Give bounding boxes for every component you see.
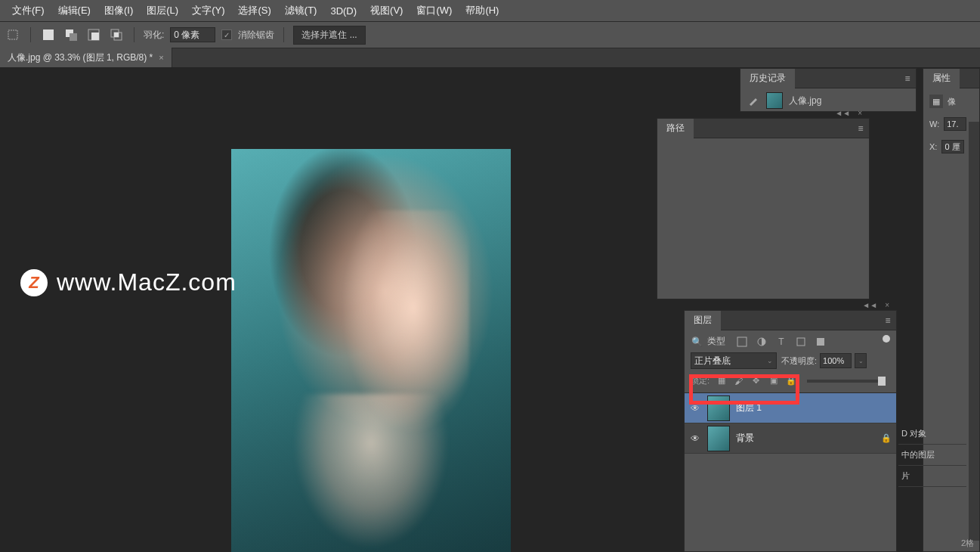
menu-bar: 文件(F) 编辑(E) 图像(I) 图层(L) 文字(Y) 选择(S) 滤镜(T… <box>0 0 980 21</box>
menu-filter[interactable]: 滤镜(T) <box>279 1 323 20</box>
width-label: W: <box>929 119 939 129</box>
close-icon[interactable]: × <box>883 300 892 310</box>
svg-rect-1 <box>43 29 54 40</box>
feather-input[interactable] <box>170 27 215 42</box>
history-tab[interactable]: 历史记录 <box>740 69 795 88</box>
menu-select[interactable]: 选择(S) <box>232 1 277 20</box>
separator <box>134 27 134 42</box>
options-bar: 羽化: ✓ 消除锯齿 选择并遮住 ... <box>0 21 980 48</box>
layer-name[interactable]: 图层 1 <box>736 402 892 414</box>
panel-menu-icon[interactable]: ≡ <box>852 123 869 134</box>
panel-menu-icon[interactable]: ≡ <box>899 73 916 84</box>
layers-panel: ◄◄ × 图层 ≡ 🔍 类型 T <box>684 310 897 552</box>
svg-rect-3 <box>70 33 77 41</box>
separator <box>30 27 31 42</box>
3d-objects-row[interactable]: D 对象 <box>898 423 966 445</box>
search-icon[interactable]: 🔍 <box>691 336 703 348</box>
pixel-label: 像 <box>948 96 956 107</box>
lock-position-icon[interactable]: ✥ <box>750 375 762 386</box>
width-input[interactable] <box>944 117 966 131</box>
select-and-mask-button[interactable]: 选择并遮住 ... <box>293 26 365 45</box>
menu-view[interactable]: 视图(V) <box>364 1 409 20</box>
filter-smart-icon[interactable] <box>815 336 827 348</box>
menu-3d[interactable]: 3D(D) <box>324 2 363 20</box>
properties-tab[interactable]: 属性 <box>923 69 960 88</box>
opacity-input[interactable] <box>820 353 852 368</box>
menu-image[interactable]: 图像(I) <box>98 1 139 20</box>
svg-rect-5 <box>91 33 99 40</box>
layer-thumbnail[interactable] <box>707 426 730 451</box>
filter-pixel-icon[interactable] <box>736 336 748 348</box>
portrait-image <box>231 149 511 552</box>
filter-shape-icon[interactable] <box>795 336 807 348</box>
menu-type[interactable]: 文字(Y) <box>186 1 230 20</box>
separator <box>283 27 284 42</box>
menu-window[interactable]: 窗口(W) <box>410 1 458 20</box>
tool-preset-icon[interactable] <box>5 26 21 43</box>
lock-all-icon[interactable]: 🔒 <box>785 375 796 386</box>
layer-thumbnail[interactable] <box>707 395 730 421</box>
svg-rect-11 <box>797 338 805 346</box>
svg-rect-9 <box>737 337 747 346</box>
opacity-dropdown-icon[interactable]: ⌄ <box>855 353 867 368</box>
feather-label: 羽化: <box>144 29 164 42</box>
brush-icon <box>747 94 760 107</box>
document-tabs: 人像.jpg @ 33.3% (图层 1, RGB/8) * × ›› <box>0 48 980 68</box>
x-input[interactable] <box>941 140 964 154</box>
document-tab[interactable]: 人像.jpg @ 33.3% (图层 1, RGB/8) * × <box>0 48 172 67</box>
right-panels: 历史记录 ≡ 人像.jpg 属性 ▦ 像 W: <box>740 68 980 552</box>
filter-kind-label: 类型 <box>707 335 725 348</box>
document-tab-title: 人像.jpg @ 33.3% (图层 1, RGB/8) * <box>8 51 153 64</box>
new-selection-icon[interactable] <box>40 26 57 43</box>
menu-file[interactable]: 文件(F) <box>6 1 51 20</box>
antialias-checkbox[interactable]: ✓ <box>221 29 232 40</box>
scrollbar[interactable] <box>969 122 979 541</box>
paths-body <box>657 138 869 297</box>
slider-knob[interactable] <box>878 377 886 386</box>
history-item-name[interactable]: 人像.jpg <box>789 95 821 107</box>
menu-help[interactable]: 帮助(H) <box>459 1 505 20</box>
chevron-down-icon: ⌄ <box>767 357 773 364</box>
filter-adjustment-icon[interactable] <box>756 336 768 348</box>
layer-name[interactable]: 背景 <box>736 432 875 445</box>
blend-mode-value: 正片叠底 <box>694 355 731 367</box>
filter-toggle[interactable] <box>883 335 890 343</box>
pic-row[interactable]: 片 <box>898 466 966 487</box>
subtract-selection-icon[interactable] <box>85 26 102 43</box>
extra-panel: D 对象 中的图层 片 <box>898 423 966 487</box>
lock-artboard-icon[interactable]: ▣ <box>768 375 779 386</box>
layers-tab[interactable]: 图层 <box>685 311 721 330</box>
collapse-icon[interactable]: ◄◄ <box>860 300 880 310</box>
intersect-selection-icon[interactable] <box>108 26 125 43</box>
lock-icon: 🔒 <box>881 433 892 443</box>
panel-menu-icon[interactable]: ≡ <box>880 315 896 326</box>
layers-list: 👁 图层 1 👁 背景 🔒 <box>685 393 896 454</box>
status-text: 2格 <box>961 538 974 549</box>
layer-item[interactable]: 👁 背景 🔒 <box>685 423 896 454</box>
pixel-layer-icon: ▦ <box>929 95 943 108</box>
fill-slider[interactable] <box>807 380 886 383</box>
collapse-icon[interactable]: ◄◄ <box>833 108 852 118</box>
watermark-logo: Z <box>20 269 48 296</box>
filter-type-icon[interactable]: T <box>775 336 787 348</box>
close-icon[interactable]: × <box>855 108 864 118</box>
svg-rect-12 <box>817 338 824 346</box>
svg-rect-0 <box>8 30 17 39</box>
close-icon[interactable]: × <box>159 53 163 62</box>
menu-edit[interactable]: 编辑(E) <box>52 1 97 20</box>
history-panel: 历史记录 ≡ 人像.jpg <box>740 68 917 112</box>
opacity-label: 不透明度: <box>781 355 817 367</box>
add-selection-icon[interactable] <box>63 26 79 43</box>
visibility-icon[interactable]: 👁 <box>689 433 701 445</box>
blend-mode-select[interactable]: 正片叠底 ⌄ <box>691 352 777 369</box>
image-canvas[interactable] <box>231 149 511 552</box>
lock-pixels-icon[interactable]: 🖌 <box>733 375 744 386</box>
history-thumbnail[interactable] <box>766 92 783 109</box>
visibility-icon[interactable]: 👁 <box>689 402 701 414</box>
watermark-text: www.MacZ.com <box>57 268 236 296</box>
paths-tab[interactable]: 路径 <box>657 119 694 138</box>
menu-layer[interactable]: 图层(L) <box>141 1 184 20</box>
lock-transparency-icon[interactable]: ▦ <box>716 375 727 386</box>
layers-in-row[interactable]: 中的图层 <box>898 445 966 466</box>
layer-item[interactable]: 👁 图层 1 <box>685 393 896 423</box>
